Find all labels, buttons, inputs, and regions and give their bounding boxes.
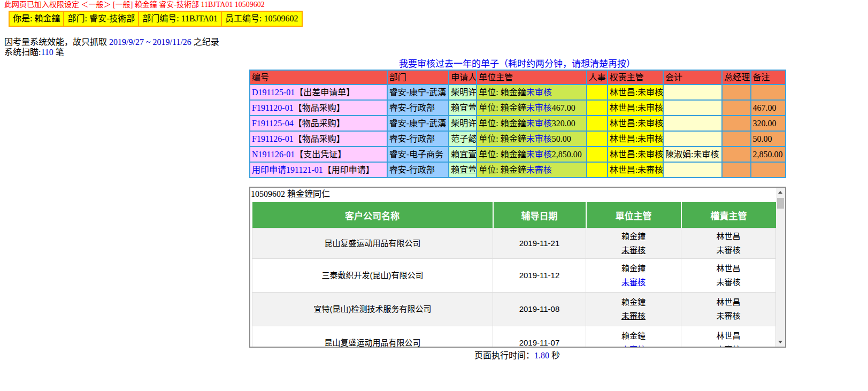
scroll-up-arrow-icon [778,191,782,194]
unit-manager-cell: 单位: 賴金鐘未审核467.00 [477,100,587,116]
approval-header-id: 编号 [250,70,387,85]
duty-manager-cell: 林世昌未審核 [681,228,776,259]
user-info-employee-id: 员工编号: 10509602 [221,11,302,26]
doc-id-link[interactable]: F191120-01 [252,103,294,112]
unit-manager-cell: 单位: 賴金鐘未審核 [477,162,587,178]
dept-cell: 睿安-行政部 [387,100,449,116]
duty-manager-name: 林世昌 [681,295,775,309]
doc-id-cell: F191126-01【物品采购】 [250,131,387,147]
duty-manager-cell: 林世昌:未审核 [608,85,663,100]
approval-row: N191126-01【支出凭证】睿安-电子商务賴宜萱单位: 賴金鐘未审核2,85… [250,147,786,162]
unit-manager-name: 单位: 賴金鐘 [479,165,526,174]
accounting-cell [663,162,722,178]
approval-header-note: 备注 [751,70,786,85]
unit-unreviewed-link[interactable]: 未审核 [526,119,552,128]
duty-manager-cell: 林世昌未審核 [681,326,776,348]
customer-header-company: 客户公司名称 [252,202,493,228]
accounting-cell [663,85,722,100]
user-info-department: 部门: 睿安-技術部 [64,11,139,26]
company-cell: 宜特(昆山)检测技术服务有限公司 [252,293,493,326]
customer-table: 客户公司名称 辅导日期 單位主管 權責主管 昆山复盛运动用品有限公司2019-1… [252,202,776,348]
unit-manager-name: 单位: 賴金鐘 [479,150,526,159]
page-exec-time: 页面执行时间：1.80 秒 [249,350,785,361]
unit-manager-name: 单位: 賴金鐘 [479,103,526,112]
dept-cell: 睿安-行政部 [387,162,449,178]
accounting-cell [663,116,722,131]
approval-header-duty-manager: 权责主管 [608,70,663,85]
unit-unreviewed-link[interactable]: 未审核 [526,134,552,143]
unit-amount: 467.00 [552,103,575,112]
scroll-down-button[interactable] [776,338,785,347]
unit-unreviewed-link[interactable]: 未审核 [526,150,552,159]
doc-type-label: 【支出凭证】 [295,150,346,159]
applicant-cell: 范子懿 [449,131,477,147]
accounting-cell: 陳淑娟:未审核 [663,147,722,162]
doc-id-link[interactable]: F191126-01 [252,134,294,143]
coach-date-cell: 2019-11-12 [493,259,586,293]
duty-manager-cell: 林世昌:未审核 [608,116,663,131]
unit-review-status: 未審核 [586,343,681,348]
approval-header-accounting: 会计 [663,70,722,85]
accounting-cell [663,131,722,147]
duty-review-status: 未審核 [681,275,775,289]
company-cell: 三泰敷织开发(昆山)有限公司 [252,259,493,293]
approval-row: D191125-01【出差申请单】睿安-康宁-武漢柴明许单位: 賴金鐘未审核林世… [250,85,786,100]
hr-cell [587,162,608,178]
unit-review-status: 未審核 [586,275,681,289]
scrollbar-thumb[interactable] [777,198,784,209]
coach-date-cell: 2019-11-21 [493,228,586,259]
approval-header-applicant: 申请人 [449,70,477,85]
doc-id-link[interactable]: N191126-01 [252,150,295,159]
scan-count-label: 系统扫瞄: [4,48,41,57]
accounting-cell [663,100,722,116]
user-info-department-id: 部门编号: 11BJTA01 [139,11,221,26]
hr-cell [587,147,608,162]
unit-unreviewed-link[interactable]: 未审核 [526,103,552,112]
company-cell: 昆山复盛运动用品有限公司 [252,228,493,259]
applicant-cell: 賴宜萱 [449,100,477,116]
dept-cell: 睿安-行政部 [387,131,449,147]
note-cell: 467.00 [751,100,786,116]
note-cell: 50.00 [751,131,786,147]
gm-cell [722,116,750,131]
duty-manager-name: 林世昌 [681,262,775,275]
customer-header-unit-manager: 單位主管 [586,202,681,228]
unit-review-status-link[interactable]: 未審核 [621,311,646,320]
approval-header-row: 编号 部门 申请人 单位主管 人事 权责主管 会计 总经理 备注 [250,70,786,85]
duty-manager-name: 林世昌 [681,329,775,343]
doc-id-link[interactable]: F191125-04 [252,119,294,128]
hr-cell [587,100,608,116]
performance-note-prefix: 因考量系统效能，故只抓取 [4,37,109,47]
duty-manager-name: 林世昌 [681,229,775,243]
doc-id-link[interactable]: 用印申请191121-01 [252,165,323,174]
doc-id-cell: D191125-01【出差申请单】 [250,85,387,100]
performance-note-line1: 因考量系统效能，故只抓取 2019/9/27 ~ 2019/11/26 之纪录 [4,37,868,47]
duty-manager-cell: 林世昌未審核 [681,293,776,326]
user-info-you-are: 你是: 賴金鐘 [9,11,64,26]
unit-unreviewed-link[interactable]: 未审核 [526,88,552,97]
unit-review-status-link[interactable]: 未審核 [621,246,646,255]
unit-unreviewed-link[interactable]: 未審核 [526,165,552,174]
unit-review-status: 未審核 [586,309,681,323]
scan-count-unit: 笔 [53,48,64,57]
doc-id-link[interactable]: D191125-01 [252,88,295,97]
scan-count-value: 110 [41,48,53,57]
permission-notice: 此网页已加入权限设定 ＜一般＞ [一般] 賴金鐘 睿安-技術部 11BJTA01… [4,1,868,9]
unit-review-status-link[interactable]: 未審核 [621,278,646,287]
unit-manager-name: 賴金鐘 [586,329,681,343]
exec-time-unit: 秒 [549,351,560,360]
unit-manager-name: 单位: 賴金鐘 [479,119,526,128]
vertical-scrollbar[interactable] [776,188,785,347]
dept-cell: 睿安-康宁-武漢 [387,116,449,131]
scroll-up-button[interactable] [776,188,785,197]
approval-row: F191125-04【物品采购】睿安-康宁-武漢柴明许单位: 賴金鐘未审核320… [250,116,786,131]
review-all-link[interactable]: 我要审核过去一年的单子（耗时约两分钟，请想清楚再按） [249,59,785,70]
unit-manager-cell: 賴金鐘未審核 [586,326,681,348]
scroll-down-arrow-icon [778,341,782,343]
unit-amount: 320.00 [552,119,575,128]
performance-note: 因考量系统效能，故只抓取 2019/9/27 ~ 2019/11/26 之纪录 … [4,37,868,57]
user-info-table: 你是: 賴金鐘 部门: 睿安-技術部 部门编号: 11BJTA01 员工编号: … [9,11,303,27]
unit-review-status-link[interactable]: 未審核 [621,345,646,348]
unit-manager-name: 賴金鐘 [586,229,681,243]
doc-id-cell: F191120-01【物品采购】 [250,100,387,116]
